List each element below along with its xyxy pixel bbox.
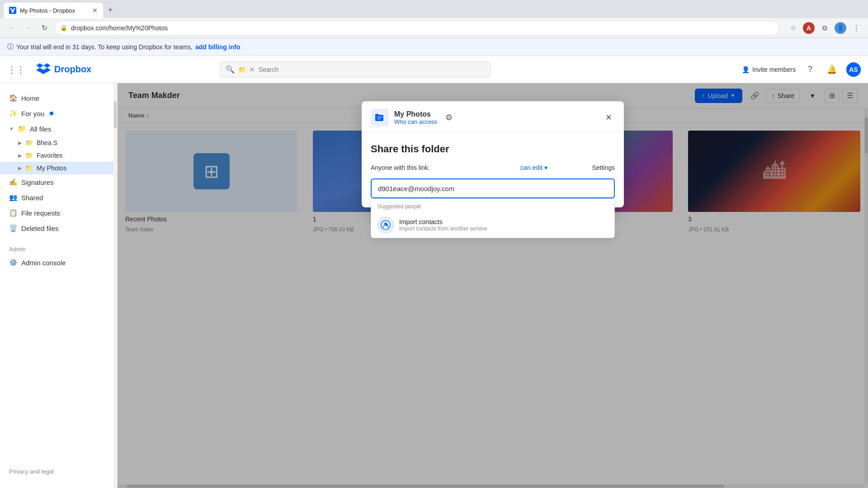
sidebar-tree-bhea-s[interactable]: ▶ 📁 Bhea S bbox=[0, 136, 117, 149]
privacy-legal[interactable]: Privacy and legal bbox=[0, 462, 117, 481]
link-prefix: Anyone with this link: bbox=[371, 164, 430, 171]
extensions-button[interactable]: ⧉ bbox=[818, 22, 831, 34]
admin-console-icon: ⚙️ bbox=[9, 258, 18, 267]
who-can-access-link[interactable]: Who can access bbox=[394, 118, 437, 125]
signatures-icon: ✍️ bbox=[9, 178, 18, 186]
file-requests-icon: 📋 bbox=[9, 209, 18, 217]
trial-banner: ⓘ Your trial will end in 31 days. To kee… bbox=[0, 38, 868, 56]
privacy-legal-label: Privacy and legal bbox=[9, 468, 54, 475]
menu-button[interactable]: ⋮ bbox=[850, 22, 863, 34]
share-dialog: My Photos Who can access ⚙ ✕ Share this … bbox=[362, 101, 624, 207]
share-dialog-folder-name: My Photos bbox=[394, 110, 437, 118]
deleted-icon: 🗑️ bbox=[9, 224, 18, 232]
person-add-icon: 👤 bbox=[742, 66, 750, 73]
import-contacts-info: Import contacts Import contacts from ano… bbox=[399, 218, 487, 232]
for-you-dot bbox=[50, 112, 53, 115]
admin-console-label: Admin console bbox=[21, 259, 66, 267]
sidebar-home-label: Home bbox=[21, 94, 39, 102]
tab-title: My Photos - Dropbox bbox=[20, 7, 75, 14]
can-edit-label: can edit bbox=[520, 164, 542, 171]
profile-button[interactable]: 👤 bbox=[835, 22, 846, 34]
import-contacts-item[interactable]: Import contacts Import contacts from ano… bbox=[371, 212, 614, 238]
folder-filter-icon: 📁 bbox=[238, 66, 246, 73]
sidebar-item-file-requests[interactable]: 📋 File requests bbox=[0, 205, 117, 221]
url-display: dropbox.com/home/My%20Photos bbox=[71, 24, 774, 32]
svg-rect-0 bbox=[377, 117, 382, 117]
browser-controls: ← → ↻ 🔒 dropbox.com/home/My%20Photos ☆ A… bbox=[0, 18, 868, 38]
browser-action-buttons: ☆ A ⧉ 👤 ⋮ bbox=[787, 22, 863, 34]
sidebar-item-signatures[interactable]: ✍️ Signatures bbox=[0, 174, 117, 190]
all-files-icon: 📁 bbox=[18, 125, 26, 133]
sidebar-tree-favorites[interactable]: ▶ 📁 Favorites bbox=[0, 149, 117, 162]
user-avatar[interactable]: AS bbox=[846, 62, 861, 77]
svg-rect-1 bbox=[377, 118, 381, 119]
search-icon: 🔍 bbox=[226, 65, 235, 74]
shared-label: Shared bbox=[21, 194, 43, 202]
back-button[interactable]: ← bbox=[5, 22, 18, 34]
settings-link[interactable]: Settings bbox=[592, 164, 615, 171]
refresh-button[interactable]: ↻ bbox=[38, 22, 51, 34]
tab-favicon bbox=[9, 7, 16, 14]
share-dialog-header: My Photos Who can access ⚙ ✕ bbox=[362, 101, 624, 132]
sidebar-item-all-files[interactable]: ▼ 📁 All files bbox=[0, 121, 117, 136]
ad-blocker-button[interactable]: A bbox=[803, 22, 815, 34]
file-requests-label: File requests bbox=[21, 209, 60, 217]
dropbox-logo-text: Dropbox bbox=[54, 64, 91, 75]
admin-section-header: Admin bbox=[0, 239, 117, 255]
import-contacts-name: Import contacts bbox=[399, 218, 487, 225]
favorites-chevron: ▶ bbox=[18, 153, 22, 159]
share-dialog-close-button[interactable]: ✕ bbox=[602, 111, 615, 124]
bhea-s-label: Bhea S bbox=[37, 139, 57, 146]
sidebar-item-shared[interactable]: 👥 Shared bbox=[0, 190, 117, 205]
email-input-container: Suggested people Import contacts Import … bbox=[371, 178, 615, 198]
sidebar-item-for-you[interactable]: ✨ For you bbox=[0, 106, 117, 121]
new-tab-button[interactable]: + bbox=[104, 4, 117, 16]
share-settings-icon[interactable]: ⚙ bbox=[443, 111, 455, 124]
sidebar: 🏠 Home ✨ For you ▼ 📁 All files ▶ 📁 Bhea bbox=[0, 83, 118, 488]
invite-members-button[interactable]: 👤 Invite members bbox=[742, 66, 796, 73]
can-edit-button[interactable]: can edit ▾ bbox=[520, 164, 547, 171]
browser-tab-active[interactable]: My Photos - Dropbox ✕ bbox=[4, 3, 103, 18]
notifications-button[interactable]: 🔔 bbox=[825, 62, 839, 77]
browser-tab-bar: My Photos - Dropbox ✕ + bbox=[0, 0, 868, 18]
info-icon: ⓘ bbox=[7, 43, 14, 51]
tab-close-button[interactable]: ✕ bbox=[92, 7, 98, 14]
dropbox-logo[interactable]: Dropbox bbox=[36, 63, 91, 76]
signatures-label: Signatures bbox=[21, 178, 54, 186]
can-edit-chevron: ▾ bbox=[544, 164, 547, 171]
import-contacts-desc: Import contacts from another service bbox=[399, 225, 487, 232]
email-input[interactable] bbox=[371, 178, 615, 198]
sidebar-all-files-label: All files bbox=[30, 125, 52, 133]
billing-cta[interactable]: add billing info bbox=[195, 43, 241, 51]
sidebar-tree-my-photos[interactable]: ▶ 📁 My Photos bbox=[0, 162, 117, 174]
apps-grid-button[interactable]: ⋮⋮ bbox=[7, 64, 25, 75]
bookmark-button[interactable]: ☆ bbox=[787, 22, 799, 34]
help-button[interactable]: ? bbox=[803, 62, 817, 77]
address-bar[interactable]: 🔒 dropbox.com/home/My%20Photos bbox=[54, 21, 779, 35]
home-icon: 🏠 bbox=[9, 94, 18, 102]
trial-banner-text: Your trial will end in 31 days. To keep … bbox=[16, 43, 193, 51]
sidebar-for-you-label: For you bbox=[21, 110, 44, 117]
sidebar-item-home[interactable]: 🏠 Home bbox=[0, 90, 117, 106]
invite-members-label: Invite members bbox=[752, 66, 796, 73]
forward-button[interactable]: → bbox=[22, 22, 34, 34]
my-photos-chevron: ▶ bbox=[18, 165, 22, 171]
my-photos-folder-icon: 📁 bbox=[25, 164, 33, 172]
search-bar[interactable]: 🔍 📁 ✕ bbox=[220, 61, 491, 78]
all-files-chevron: ▼ bbox=[9, 126, 14, 131]
suggestions-label: Suggested people bbox=[371, 199, 614, 212]
sidebar-item-deleted-files[interactable]: 🗑️ Deleted files bbox=[0, 221, 117, 236]
share-dialog-title-h2: Share this folder bbox=[371, 143, 615, 155]
search-input[interactable] bbox=[259, 66, 485, 73]
for-you-icon: ✨ bbox=[9, 109, 18, 117]
share-dialog-overlay[interactable]: My Photos Who can access ⚙ ✕ Share this … bbox=[118, 83, 868, 488]
my-photos-label: My Photos bbox=[37, 164, 66, 172]
deleted-files-label: Deleted files bbox=[21, 225, 59, 232]
admin-label: Admin bbox=[9, 246, 26, 253]
bhea-chevron: ▶ bbox=[18, 140, 22, 146]
share-dialog-body: Share this folder Anyone with this link:… bbox=[362, 132, 624, 207]
sidebar-scrollbar[interactable] bbox=[113, 83, 117, 488]
search-clear-icon[interactable]: ✕ bbox=[250, 66, 255, 73]
sidebar-item-admin-console[interactable]: ⚙️ Admin console bbox=[0, 255, 117, 270]
favorites-label: Favorites bbox=[37, 152, 63, 159]
